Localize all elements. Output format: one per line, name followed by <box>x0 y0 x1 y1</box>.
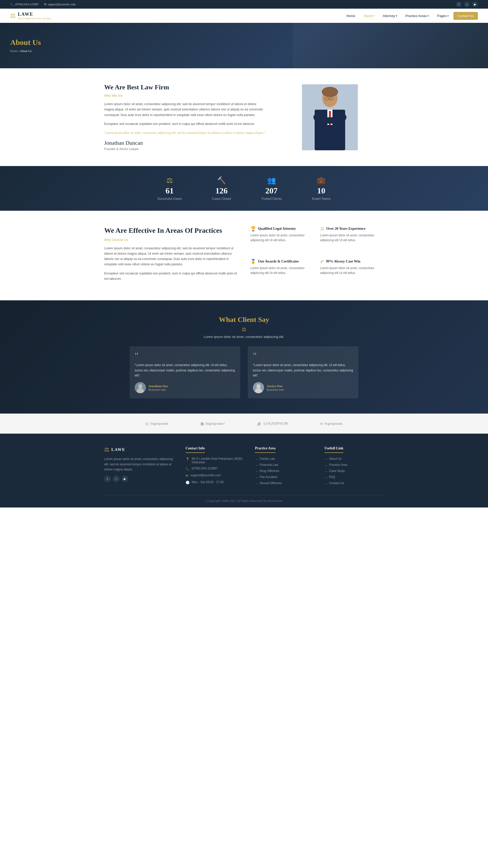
partner-2-text: logoipsum° <box>206 422 225 426</box>
nav-home[interactable]: Home <box>343 12 359 20</box>
footer-fire-accident[interactable]: Fire Accident <box>259 475 277 479</box>
partner-2-icon: ▣ <box>200 421 204 426</box>
chevron-down-icon: ▾ <box>447 14 449 17</box>
list-item: →Drug Offences <box>255 469 314 473</box>
nav-attorney[interactable]: Attorney ▾ <box>379 12 401 20</box>
quote-mark-2: " <box>253 351 353 361</box>
partner-1-text: logoipsum <box>150 422 168 426</box>
founder-title: Founder & Senior Lawyer <box>104 147 266 151</box>
avatar-silhouette-2 <box>253 382 264 393</box>
footer-youtube-icon[interactable]: ▶ <box>121 475 128 482</box>
footer-links-list: →About Us →Practice Area →Case Study →FA… <box>324 457 384 486</box>
who-label: Who We Are <box>104 94 266 97</box>
arrow-icon: → <box>255 482 258 486</box>
footer-twitter-icon[interactable]: t <box>113 475 119 482</box>
twitter-icon[interactable]: t <box>464 2 470 7</box>
youtube-icon[interactable]: ▶ <box>472 2 478 7</box>
stat-number-teams: 10 <box>317 186 325 195</box>
partners-inner: ◎ logoipsum ▣ logoipsum° 🔊 LOGOIPSUM ≋ l… <box>130 421 358 426</box>
nav-practice-areas[interactable]: Practice Areas ▾ <box>402 12 432 20</box>
stat-cases-closed: 🔨 126 Cases Closed <box>212 176 231 200</box>
why-label: Why Choose Us <box>104 238 238 242</box>
about-heading: We Are Best Law Firm <box>104 84 266 91</box>
footer-family-law[interactable]: Family Law <box>259 457 275 461</box>
phone-icon: 📞 <box>185 467 190 471</box>
list-item: →Family Law <box>255 457 314 461</box>
footer-link-faq[interactable]: FAQ <box>329 475 335 479</box>
about-text: We Are Best Law Firm Who We Are Lorem ip… <box>104 84 266 151</box>
arrow-icon: → <box>324 464 327 467</box>
practice-experience-header: ⚖ Over 20 Years Experience <box>320 226 384 231</box>
footer-logo-text: LAWE <box>111 447 125 452</box>
partner-3-text: LOGOIPSUM <box>264 422 288 426</box>
stat-trusted-clients: 👥 207 Trusted Clients <box>261 176 282 200</box>
awards-icon: 🥇 <box>250 259 256 264</box>
practices-para1: Lorem ipsum dolor sit amet, consectetur … <box>104 246 238 267</box>
svg-point-2 <box>322 87 338 97</box>
footer-financial-law[interactable]: Financial Law <box>259 463 278 467</box>
testi-role-2: Business man <box>267 388 284 391</box>
footer-drug-offences[interactable]: Drug Offences <box>259 469 279 473</box>
breadcrumb-current: About Us <box>20 49 31 53</box>
hero-content: About Us Home / About Us <box>10 38 41 53</box>
logo-icon: ⚖ <box>10 12 16 19</box>
avatar-jessica <box>253 382 264 393</box>
case-win-icon: ✔ <box>320 259 324 264</box>
footer-sexual-offences[interactable]: Sexual Offences <box>259 482 282 485</box>
partner-4-icon: ≋ <box>320 421 323 426</box>
stat-label-teams: Expert Teams <box>312 197 331 200</box>
svg-rect-8 <box>316 117 344 124</box>
partner-4: ≋ logoipsum <box>320 421 342 426</box>
email-info: ✉ support@yoursite.com <box>44 3 76 6</box>
partner-3-icon: 🔊 <box>257 421 262 426</box>
experience-desc: Lorem ipsum dolor sit amet, consectetur … <box>320 233 384 243</box>
phone-info: 📞 (0760) 654-123987 <box>10 3 39 6</box>
footer-contact-heading: Contact Info <box>185 446 205 453</box>
hero-title: About Us <box>10 38 41 47</box>
testi-name-2: Jessica Doe <box>267 384 284 388</box>
footer-email: ✉ support@yoursite.com <box>185 473 245 478</box>
practices-section: We Are Effective In Areas Of Practices W… <box>0 211 488 300</box>
practice-qualified-attorney: 🏆 Qualified Legal Attorney Lorem ipsum d… <box>250 226 314 252</box>
gavel-icon: 🔨 <box>217 176 226 185</box>
case-win-desc: Lorem ipsum dolor sit amet, consectetur … <box>320 266 384 275</box>
footer-practice-heading: Practice Area <box>255 446 276 453</box>
practice-case-win: ✔ 99% Alwasy Case Win Lorem ipsum dolor … <box>320 259 384 285</box>
footer-social: f t ▶ <box>104 475 175 482</box>
chevron-down-icon: ▾ <box>428 14 429 17</box>
footer-link-case-study[interactable]: Case Study <box>329 469 345 473</box>
partners-section: ◎ logoipsum ▣ logoipsum° 🔊 LOGOIPSUM ≋ l… <box>0 413 488 434</box>
footer-links-col: Usefull Link →About Us →Practice Area →C… <box>324 446 384 488</box>
testi-card-1: " "Lorem ipsum dolor sit amet, consectet… <box>130 346 240 398</box>
logo-tagline: The Greatest Firm You can Trust <box>18 17 51 20</box>
practices-heading: We Are Effective In Areas Of Practices <box>104 226 238 235</box>
testi-card-2: " "Lorem ipsum dolor sit amet, consectet… <box>248 346 358 398</box>
nav-pages[interactable]: Pages ▾ <box>434 12 452 20</box>
practices-inner: We Are Effective In Areas Of Practices W… <box>104 226 384 285</box>
footer-hours: 🕐 Mon - Sat 09:00 - 17:00 <box>185 480 245 485</box>
breadcrumb-home[interactable]: Home <box>10 49 18 53</box>
case-win-title: 99% Alwasy Case Win <box>326 259 361 264</box>
partner-3: 🔊 LOGOIPSUM <box>257 421 288 426</box>
list-item: →Contact Us <box>324 482 384 486</box>
footer-link-practice[interactable]: Practice Area <box>329 463 347 467</box>
nav-contact-us[interactable]: Contact Us <box>454 12 478 20</box>
teams-icon: 💼 <box>317 176 325 185</box>
logo-text: LAWE <box>18 12 51 17</box>
logo[interactable]: ⚖ LAWE The Greatest Firm You can Trust <box>10 12 51 20</box>
social-links: f t ▶ <box>456 2 478 7</box>
facebook-icon[interactable]: f <box>456 2 462 7</box>
footer-facebook-icon[interactable]: f <box>104 475 111 482</box>
arrow-icon: → <box>324 470 327 473</box>
lawyer-photo <box>302 84 358 150</box>
testi-author-info-2: Jessica Doe Business man <box>267 384 284 391</box>
footer-brand: ⚖ LAWE Lorem ipsum dolor sit amet, conse… <box>104 446 175 488</box>
footer-link-contact[interactable]: Contact Us <box>329 482 344 485</box>
nav-about[interactable]: About ▾ <box>360 12 378 20</box>
footer-brand-desc: Lorem ipsum dolor sit amet, consectetur … <box>104 457 175 472</box>
about-para2: Excepteur sint occaecat cupidatat non pr… <box>104 121 266 127</box>
testi-scales-icon: ⚖ <box>130 326 358 332</box>
footer-link-about[interactable]: About Us <box>329 457 342 461</box>
hero-banner: About Us Home / About Us <box>0 23 488 68</box>
chevron-down-icon: ▾ <box>396 14 397 17</box>
